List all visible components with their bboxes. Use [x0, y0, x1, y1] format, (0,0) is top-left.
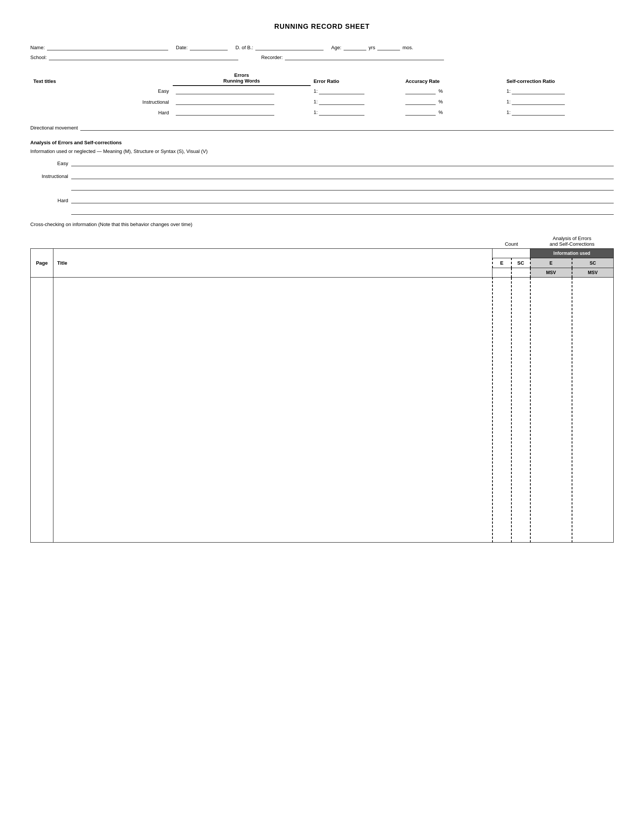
- directional-label: Directional movement: [30, 125, 78, 130]
- inst-accuracy[interactable]: [405, 99, 436, 105]
- name-field: Name:: [30, 44, 168, 50]
- analysis-inst-line2[interactable]: [71, 184, 614, 190]
- th-error-ratio: Error Ratio: [311, 71, 402, 85]
- th-scmsv-label: SC: [572, 258, 614, 268]
- analysis-hard-line1[interactable]: [71, 197, 614, 203]
- th-page: Page: [31, 249, 53, 278]
- form-row-1: Name: Date: D. of B.: Age: yrs mos.: [30, 44, 614, 50]
- main-data-area: [31, 278, 614, 543]
- yrs-label: yrs: [369, 45, 375, 50]
- school-underline[interactable]: [49, 54, 238, 60]
- main-table: Page Title Information used E SC E SC MS…: [30, 248, 614, 543]
- date-label: Date:: [176, 45, 188, 50]
- age-label: Age:: [331, 45, 341, 50]
- easy-error-ratio[interactable]: [319, 88, 364, 94]
- date-underline[interactable]: [190, 44, 228, 50]
- data-emsv-col[interactable]: [530, 278, 572, 543]
- form-row-2: School: Recorder:: [30, 54, 614, 60]
- analysis-easy-line[interactable]: [71, 160, 614, 166]
- analysis-easy-row: Easy: [30, 160, 614, 166]
- analysis-subtitle: Information used or neglected — Meaning …: [30, 148, 614, 154]
- data-sc-col[interactable]: [511, 278, 530, 543]
- dob-field: D. of B.:: [235, 44, 324, 50]
- age-underline[interactable]: [344, 44, 366, 50]
- summary-section: Text titles Errors Running Words Error R…: [30, 71, 614, 118]
- cross-check: Cross-checking on information (Note that…: [30, 222, 614, 227]
- count-header-label: Count: [493, 241, 530, 247]
- name-label: Name:: [30, 45, 45, 50]
- easy-accuracy[interactable]: [405, 88, 436, 94]
- th-title: Title: [53, 249, 493, 278]
- name-underline[interactable]: [47, 44, 168, 50]
- dob-label: D. of B.:: [235, 45, 253, 50]
- analysis-hard-row: Hard: [30, 197, 614, 203]
- main-table-wrapper: Count Analysis of Errorsand Self-Correct…: [30, 235, 614, 543]
- th-accuracy-rate: Accuracy Rate: [402, 71, 504, 85]
- age-field: Age: yrs mos.: [331, 44, 413, 50]
- th-emsv-msv: MSV: [530, 268, 572, 278]
- easy-sc-ratio[interactable]: [512, 88, 565, 94]
- data-page-col[interactable]: [31, 278, 53, 543]
- inst-sc-ratio[interactable]: [512, 99, 565, 105]
- th-sc-ratio: Self-correction Ratio: [504, 71, 614, 85]
- analysis-hard-label2: [30, 209, 68, 215]
- hard-sc-ratio[interactable]: [512, 109, 565, 116]
- data-title-col[interactable]: [53, 278, 493, 543]
- table-row: Easy 1: % 1:: [30, 85, 614, 96]
- table-row: Hard 1: % 1:: [30, 107, 614, 118]
- analysis-hard-line2[interactable]: [71, 209, 614, 215]
- directional-line[interactable]: [80, 125, 614, 130]
- th-text-titles: Text titles: [30, 71, 173, 85]
- inst-error-ratio[interactable]: [319, 99, 364, 105]
- data-e-col[interactable]: [493, 278, 511, 543]
- th-sc: SC: [511, 258, 530, 268]
- analysis-inst-label2: [30, 185, 68, 190]
- inst-running-words[interactable]: [176, 99, 274, 105]
- hard-accuracy[interactable]: [405, 109, 436, 116]
- analysis-inst-row: Instructional: [30, 173, 614, 179]
- recorder-field: Recorder:: [261, 54, 444, 60]
- data-scmsv-col[interactable]: [572, 278, 614, 543]
- easy-running-words[interactable]: [176, 88, 274, 94]
- school-field: School:: [30, 54, 238, 60]
- hard-error-ratio[interactable]: [319, 109, 364, 116]
- main-table-header-row: Page Title Information used: [31, 249, 614, 258]
- page-title: RUNNING RECORD SHEET: [30, 23, 614, 31]
- th-emsv-label: E: [530, 258, 572, 268]
- th-e-empty: [493, 268, 511, 278]
- analysis-title: Analysis of Errors and Self-corrections: [30, 140, 614, 145]
- th-count-group: [493, 249, 530, 258]
- analysis-header-label: Analysis of Errorsand Self-Corrections: [530, 235, 614, 247]
- school-label: School:: [30, 55, 47, 60]
- mos-label: mos.: [402, 45, 413, 50]
- yrs-underline[interactable]: [377, 44, 400, 50]
- summary-table: Text titles Errors Running Words Error R…: [30, 71, 614, 118]
- th-e: E: [493, 258, 511, 268]
- th-errors: Errors Running Words: [173, 71, 311, 85]
- analysis-hard-label: Hard: [30, 198, 68, 203]
- th-scmsv-msv: MSV: [572, 268, 614, 278]
- th-info-used: Information used: [530, 249, 614, 258]
- table-row: Instructional 1: % 1:: [30, 96, 614, 107]
- analysis-inst-label: Instructional: [30, 174, 68, 179]
- analysis-hard-row2: [30, 209, 614, 215]
- recorder-label: Recorder:: [261, 55, 283, 60]
- date-field: Date:: [176, 44, 228, 50]
- dob-underline[interactable]: [255, 44, 324, 50]
- recorder-underline[interactable]: [285, 54, 444, 60]
- th-sc-empty: [511, 268, 530, 278]
- hard-running-words[interactable]: [176, 109, 274, 116]
- analysis-section: Analysis of Errors and Self-corrections …: [30, 140, 614, 215]
- analysis-inst-row2: [30, 184, 614, 190]
- analysis-easy-label: Easy: [30, 161, 68, 166]
- analysis-inst-line1[interactable]: [71, 173, 614, 179]
- directional-row: Directional movement: [30, 125, 614, 130]
